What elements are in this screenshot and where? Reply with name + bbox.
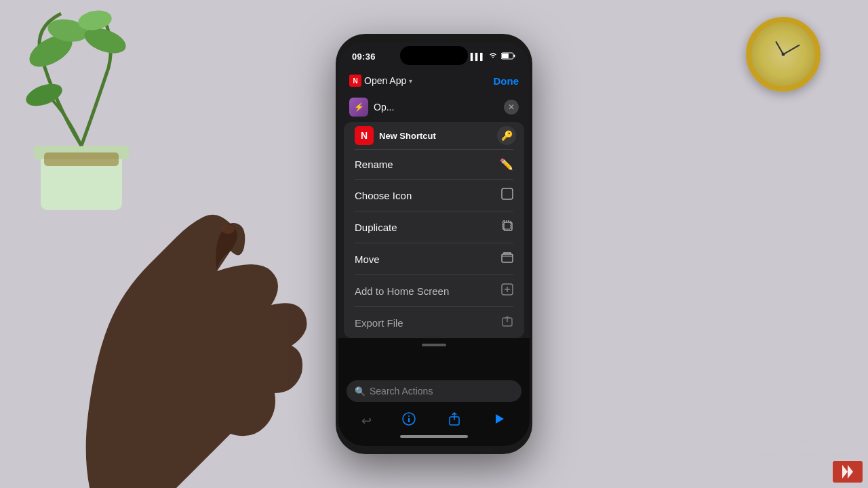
menu-item-export[interactable]: Export File — [344, 307, 524, 338]
menu-item-add-home[interactable]: Add to Home Screen — [344, 275, 524, 306]
dynamic-island — [400, 46, 468, 65]
bottom-nav: ↩ — [347, 409, 521, 432]
menu-item-move[interactable]: Move — [344, 243, 524, 274]
shortcut-context-header: N New Shortcut 🔑 — [344, 122, 524, 149]
svg-point-22 — [408, 415, 410, 417]
nav-info-icon[interactable] — [401, 411, 416, 430]
svg-rect-10 — [514, 54, 515, 57]
phone-content: N Open App ▾ Done ⚡ Op... ✕ N — [338, 72, 530, 446]
svg-rect-11 — [502, 54, 509, 58]
shortcut-app-icon: N — [355, 126, 374, 145]
home-indicator — [347, 432, 521, 438]
choose-icon-icon — [501, 188, 513, 203]
op-text: Op... — [374, 102, 394, 113]
battery-icon — [501, 52, 516, 61]
svg-rect-12 — [502, 188, 513, 199]
rename-icon: ✏️ — [500, 158, 513, 171]
export-label: Export File — [355, 317, 403, 329]
search-actions-text: Search Actions — [370, 386, 433, 396]
rename-label: Rename — [355, 159, 393, 170]
netflix-icon: N — [349, 75, 361, 87]
phone-screen: 09:36 ▌▌▌ — [338, 42, 530, 446]
shortcut-key-icon[interactable]: 🔑 — [497, 126, 516, 145]
close-button[interactable]: ✕ — [504, 100, 519, 115]
op-shortcut-icon: ⚡ — [349, 98, 368, 117]
svg-rect-15 — [502, 254, 513, 262]
op-row: ⚡ Op... ✕ — [338, 92, 530, 122]
add-home-icon — [501, 283, 513, 298]
status-time: 09:36 — [352, 52, 376, 62]
home-indicator-bar — [400, 435, 468, 438]
windows-line2: Go to Settings to activate Windows. — [736, 449, 854, 461]
search-icon: 🔍 — [355, 386, 366, 396]
clock-center — [782, 53, 785, 56]
nav-play-icon[interactable] — [492, 411, 507, 430]
thumbnail-corner — [833, 461, 863, 483]
status-icons: ▌▌▌ — [471, 52, 516, 61]
shortcut-left-section: N New Shortcut — [355, 126, 436, 145]
bottom-area: 🔍 Search Actions ↩ — [338, 375, 530, 446]
duplicate-label: Duplicate — [355, 222, 397, 233]
open-app-label: Open App — [364, 75, 406, 86]
windows-line1: Activate Windows — [736, 437, 854, 449]
menu-item-rename[interactable]: Rename ✏️ — [344, 150, 524, 179]
menu-item-choose-icon[interactable]: Choose Icon — [344, 180, 524, 211]
svg-point-8 — [221, 224, 235, 234]
open-app-button[interactable]: N Open App ▾ — [349, 75, 412, 87]
shortcut-title-block: New Shortcut — [379, 131, 436, 141]
chevron-down-icon: ▾ — [409, 77, 412, 85]
clock-minute-hand — [783, 44, 800, 54]
shortcut-title: New Shortcut — [379, 131, 436, 141]
context-menu: Rename ✏️ Choose Icon Duplicate — [344, 149, 524, 338]
windows-watermark: Activate Windows Go to Settings to activ… — [736, 437, 854, 461]
menu-item-duplicate[interactable]: Duplicate — [344, 211, 524, 243]
op-icon-label: ⚡ — [354, 102, 364, 112]
nav-share-icon[interactable] — [447, 411, 462, 430]
choose-icon-label: Choose Icon — [355, 190, 412, 201]
done-button[interactable]: Done — [494, 75, 519, 87]
wifi-icon — [488, 52, 498, 60]
move-icon — [501, 251, 513, 266]
search-actions-bar[interactable]: 🔍 Search Actions — [347, 380, 521, 402]
phone-frame: 09:36 ▌▌▌ — [336, 34, 532, 454]
hand-overlay — [41, 129, 326, 488]
nav-back-icon[interactable]: ↩ — [361, 413, 372, 428]
duplicate-icon — [501, 220, 513, 235]
drag-handle — [422, 344, 446, 346]
move-label: Move — [355, 253, 380, 265]
clock-decoration — [746, 17, 821, 92]
top-nav-bar: N Open App ▾ Done — [338, 72, 530, 92]
export-icon — [501, 315, 513, 330]
signal-icon: ▌▌▌ — [471, 53, 485, 60]
add-home-label: Add to Home Screen — [355, 285, 449, 297]
svg-marker-24 — [496, 414, 504, 424]
